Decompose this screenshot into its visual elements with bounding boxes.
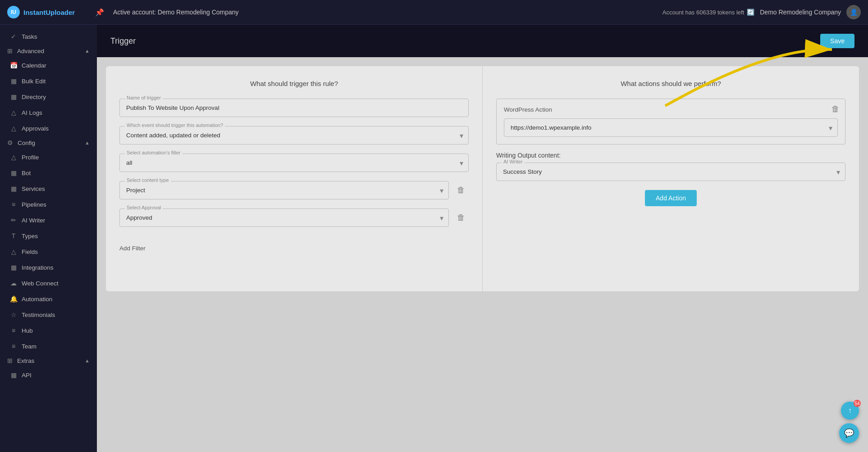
approval-delete-button[interactable]: 🗑	[453, 209, 469, 226]
ai-writer-select-wrapper: Success Story	[496, 163, 845, 181]
sidebar-item-automation[interactable]: 🔔 Automation	[3, 291, 94, 307]
save-button[interactable]: Save	[820, 34, 854, 48]
sidebar-item-directory[interactable]: ▦ Directory	[3, 89, 94, 104]
sidebar-item-profile[interactable]: △ Profile	[3, 149, 94, 165]
types-icon: T	[10, 232, 17, 240]
sidebar-section-extras[interactable]: ⊞ Extras ▲	[0, 354, 97, 367]
content-type-select-wrapper: Project	[119, 181, 449, 199]
team-icon: ≡	[10, 343, 17, 350]
ai-writer-group: AI Writer Success Story	[496, 163, 845, 181]
event-select-wrapper: Content added, updated or deleted	[119, 126, 469, 145]
action-url-select-wrapper: https://demo1.wpexample.info	[504, 118, 838, 137]
approval-group: Select Approval Approved	[119, 208, 449, 227]
sidebar-item-bot[interactable]: ▦ Bot	[3, 165, 94, 181]
web-connect-icon: ☁	[10, 280, 17, 287]
action-url-select[interactable]: https://demo1.wpexample.info	[504, 118, 838, 137]
bulk-edit-label: Bulk Edit	[22, 78, 46, 85]
scroll-top-button[interactable]: ↑ 54	[841, 402, 859, 420]
approval-select[interactable]: Approved	[119, 208, 449, 227]
tasks-label: Tasks	[22, 33, 37, 40]
bulk-edit-icon: ▦	[10, 77, 17, 85]
config-section-label: ⚙ Config	[7, 139, 35, 146]
sidebar-section-advanced[interactable]: ⊞ Advanced ▲	[0, 45, 97, 57]
sidebar-item-fields[interactable]: △ Fields	[3, 244, 94, 259]
sidebar-item-api[interactable]: ▦ API	[3, 367, 94, 383]
sidebar-item-calendar[interactable]: 📅 Calendar	[3, 58, 94, 73]
event-label: Which event should trigger this automati…	[125, 122, 225, 128]
sidebar-item-web-connect[interactable]: ☁ Web Connect	[3, 276, 94, 291]
sidebar-item-ai-writer[interactable]: ✏ AI Writer	[3, 212, 94, 228]
fields-icon: △	[10, 248, 17, 255]
sidebar-section-config[interactable]: ⚙ Config ▲	[0, 136, 97, 149]
filter-label: Select automation's filter	[125, 150, 183, 155]
advanced-label: Advanced	[17, 48, 44, 54]
sidebar-item-tasks[interactable]: ✓ Tasks	[3, 29, 94, 44]
types-label: Types	[22, 233, 38, 240]
right-heading: What actions should we perform?	[496, 80, 845, 87]
logo-icon: IU	[7, 6, 20, 18]
sidebar-item-ai-logs[interactable]: △ AI Logs	[3, 105, 94, 120]
sidebar-item-bulk-edit[interactable]: ▦ Bulk Edit	[3, 73, 94, 89]
directory-icon: ▦	[10, 93, 17, 100]
sidebar-item-pipelines[interactable]: ≡ Pipelines	[3, 197, 94, 212]
scroll-top-icon: ↑	[848, 407, 852, 415]
trigger-container: What should trigger this rule? Name of t…	[106, 66, 859, 291]
writing-output-section: Writing Output content: AI Writer Succes…	[496, 152, 845, 181]
calendar-icon: 📅	[10, 62, 17, 69]
add-filter-button[interactable]: Add Filter	[119, 243, 146, 253]
hub-icon: ≡	[10, 327, 17, 334]
main-content: Trigger Save What should tri	[97, 25, 868, 452]
content-type-select[interactable]: Project	[119, 181, 449, 199]
ai-writer-label: AI Writer	[502, 159, 525, 164]
bot-label: Bot	[22, 170, 31, 176]
content-type-row: Select content type Project 🗑	[119, 181, 469, 199]
ai-writer-select[interactable]: Success Story	[496, 163, 845, 181]
services-label: Services	[22, 185, 45, 192]
content-type-delete-button[interactable]: 🗑	[453, 182, 469, 199]
avatar[interactable]: 👤	[846, 5, 861, 19]
sidebar-item-types[interactable]: T Types	[3, 228, 94, 244]
event-select[interactable]: Content added, updated or deleted	[119, 126, 469, 145]
config-label: Config	[18, 140, 35, 146]
sidebar-item-team[interactable]: ≡ Team	[3, 339, 94, 354]
action-url-group: https://demo1.wpexample.info	[504, 118, 838, 137]
sidebar-item-approvals[interactable]: △ Approvals	[3, 121, 94, 136]
notification-badge: 54	[854, 400, 861, 407]
profile-icon: △	[10, 154, 17, 161]
trigger-left: What should trigger this rule? Name of t…	[106, 66, 483, 291]
bot-icon: ▦	[10, 169, 17, 176]
tokens-info: Account has 606339 tokens left 🔄	[662, 9, 754, 16]
sidebar-item-integrations[interactable]: ▦ Integrations	[3, 260, 94, 275]
automation-icon: 🔔	[10, 295, 17, 303]
config-icon: ⚙	[7, 139, 13, 146]
trigger-name-input[interactable]	[119, 99, 469, 117]
extras-section-label: ⊞ Extras	[7, 357, 34, 364]
sidebar-item-testimonials[interactable]: ☆ Testimonials	[3, 307, 94, 322]
add-action-button[interactable]: Add Action	[645, 190, 697, 206]
profile-label: Profile	[22, 154, 39, 161]
page-title: Trigger	[110, 36, 136, 46]
chat-bubble[interactable]: 💬	[839, 423, 859, 443]
topbar: IU InstantUploader 📌 Active account: Dem…	[0, 0, 868, 25]
layout: ✓ Tasks ⊞ Advanced ▲ 📅 Calendar ▦ Bulk E…	[0, 25, 868, 452]
config-chevron: ▲	[85, 140, 90, 145]
content-type-label: Select content type	[125, 177, 171, 183]
sidebar-item-services[interactable]: ▦ Services	[3, 181, 94, 196]
writing-output-title: Writing Output content:	[496, 152, 845, 159]
pipelines-icon: ≡	[10, 201, 17, 208]
hub-label: Hub	[22, 327, 33, 334]
tokens-text: Account has 606339 tokens left	[662, 9, 744, 16]
filter-select[interactable]: all	[119, 154, 469, 172]
filter-select-wrapper: all	[119, 154, 469, 172]
pin-icon[interactable]: 📌	[95, 8, 104, 17]
api-icon: ▦	[10, 371, 17, 379]
approval-label: Select Approval	[125, 205, 163, 210]
approvals-label: Approvals	[22, 125, 49, 132]
action-delete-button[interactable]: 🗑	[831, 104, 840, 114]
sidebar-item-hub[interactable]: ≡ Hub	[3, 323, 94, 338]
refresh-icon[interactable]: 🔄	[747, 9, 754, 16]
app-logo[interactable]: IU InstantUploader 📌	[7, 6, 104, 18]
chat-icon: 💬	[844, 428, 854, 438]
trigger-name-label: Name of trigger	[125, 95, 163, 100]
integrations-icon: ▦	[10, 264, 17, 271]
